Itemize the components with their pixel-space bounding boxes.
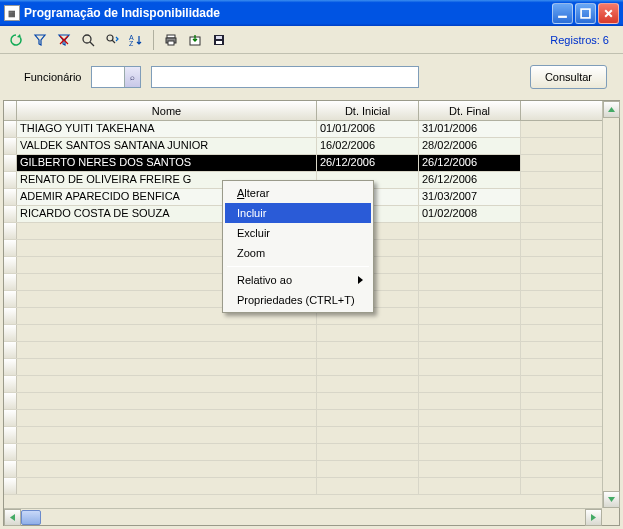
cell-inicial bbox=[317, 444, 419, 460]
cell-final bbox=[419, 308, 521, 324]
toolbar-separator bbox=[153, 30, 154, 50]
cell-nome bbox=[17, 325, 317, 341]
ctx-zoom[interactable]: Zoom bbox=[225, 243, 371, 263]
svg-rect-8 bbox=[168, 41, 174, 45]
cell-inicial bbox=[317, 410, 419, 426]
grid-header: Nome Dt. Inicial Dt. Final bbox=[4, 101, 602, 121]
svg-rect-11 bbox=[216, 36, 222, 39]
table-row bbox=[4, 342, 602, 359]
sort-icon[interactable]: AZ bbox=[126, 30, 146, 50]
cell-final bbox=[419, 342, 521, 358]
scroll-up-icon[interactable] bbox=[603, 101, 620, 118]
cell-final bbox=[419, 274, 521, 290]
table-row[interactable]: VALDEK SANTOS SANTANA JUNIOR16/02/200628… bbox=[4, 138, 602, 155]
maximize-button[interactable] bbox=[575, 3, 596, 24]
row-handle bbox=[4, 172, 17, 188]
cell-final bbox=[419, 359, 521, 375]
scroll-right-icon[interactable] bbox=[585, 509, 602, 526]
row-handle bbox=[4, 376, 17, 392]
col-header-nome[interactable]: Nome bbox=[17, 101, 317, 120]
cell-final[interactable]: 26/12/2006 bbox=[419, 172, 521, 188]
funcionario-code-input[interactable] bbox=[92, 68, 124, 86]
cell-nome bbox=[17, 461, 317, 477]
cell-nome[interactable]: THIAGO YUITI TAKEHANA bbox=[17, 121, 317, 137]
row-handle bbox=[4, 325, 17, 341]
table-row bbox=[4, 410, 602, 427]
row-handle bbox=[4, 461, 17, 477]
scroll-left-icon[interactable] bbox=[4, 509, 21, 526]
cell-nome bbox=[17, 444, 317, 460]
cell-inicial bbox=[317, 325, 419, 341]
svg-rect-12 bbox=[216, 41, 222, 44]
search-icon[interactable] bbox=[78, 30, 98, 50]
row-handle bbox=[4, 291, 17, 307]
ctx-incluir[interactable]: Incluir bbox=[225, 203, 371, 223]
vertical-scrollbar[interactable] bbox=[602, 101, 619, 508]
cell-final bbox=[419, 325, 521, 341]
table-row[interactable]: THIAGO YUITI TAKEHANA01/01/200631/01/200… bbox=[4, 121, 602, 138]
window-titlebar: ▦ Programação de Indisponibilidade bbox=[0, 0, 623, 26]
filter-icon[interactable] bbox=[30, 30, 50, 50]
cell-final[interactable]: 26/12/2006 bbox=[419, 155, 521, 171]
col-header-inicial[interactable]: Dt. Inicial bbox=[317, 101, 419, 120]
print-icon[interactable] bbox=[161, 30, 181, 50]
cell-final[interactable]: 01/02/2008 bbox=[419, 206, 521, 222]
horizontal-scrollbar[interactable] bbox=[4, 508, 602, 525]
minimize-button[interactable] bbox=[552, 3, 573, 24]
close-button[interactable] bbox=[598, 3, 619, 24]
funcionario-code-field[interactable]: ⌕ bbox=[91, 66, 141, 88]
export-icon[interactable] bbox=[185, 30, 205, 50]
table-row bbox=[4, 444, 602, 461]
row-handle-header bbox=[4, 101, 17, 120]
cell-final bbox=[419, 461, 521, 477]
funcionario-desc-input[interactable] bbox=[151, 66, 419, 88]
cell-nome[interactable]: VALDEK SANTOS SANTANA JUNIOR bbox=[17, 138, 317, 154]
data-grid: Nome Dt. Inicial Dt. Final THIAGO YUITI … bbox=[3, 100, 620, 526]
table-row[interactable]: GILBERTO NERES DOS SANTOS26/12/200626/12… bbox=[4, 155, 602, 172]
cell-final[interactable]: 28/02/2006 bbox=[419, 138, 521, 154]
row-handle bbox=[4, 427, 17, 443]
ctx-relativo[interactable]: Relativo ao bbox=[225, 270, 371, 290]
filter-bar: Funcionário ⌕ Consultar bbox=[0, 54, 623, 100]
cell-final bbox=[419, 291, 521, 307]
cell-final bbox=[419, 410, 521, 426]
table-row bbox=[4, 359, 602, 376]
ctx-excluir[interactable]: Excluir bbox=[225, 223, 371, 243]
cell-inicial bbox=[317, 393, 419, 409]
cell-nome[interactable]: GILBERTO NERES DOS SANTOS bbox=[17, 155, 317, 171]
table-row bbox=[4, 478, 602, 495]
cell-inicial[interactable]: 16/02/2006 bbox=[317, 138, 419, 154]
filter-clear-icon[interactable] bbox=[54, 30, 74, 50]
window-title: Programação de Indisponibilidade bbox=[24, 6, 552, 20]
refresh-icon[interactable] bbox=[6, 30, 26, 50]
ctx-separator bbox=[227, 266, 369, 267]
scroll-thumb[interactable] bbox=[21, 510, 41, 525]
save-icon[interactable] bbox=[209, 30, 229, 50]
cell-final[interactable]: 31/01/2006 bbox=[419, 121, 521, 137]
search-again-icon[interactable] bbox=[102, 30, 122, 50]
scroll-down-icon[interactable] bbox=[603, 491, 620, 508]
cell-final bbox=[419, 376, 521, 392]
row-handle bbox=[4, 359, 17, 375]
cell-inicial bbox=[317, 359, 419, 375]
col-header-final[interactable]: Dt. Final bbox=[419, 101, 521, 120]
cell-final bbox=[419, 427, 521, 443]
context-menu: Alterar Incluir Excluir Zoom Relativo ao… bbox=[222, 180, 374, 313]
cell-inicial[interactable]: 01/01/2006 bbox=[317, 121, 419, 137]
cell-nome bbox=[17, 359, 317, 375]
ctx-alterar[interactable]: Alterar bbox=[225, 183, 371, 203]
cell-final[interactable]: 31/03/2007 bbox=[419, 189, 521, 205]
cell-inicial[interactable]: 26/12/2006 bbox=[317, 155, 419, 171]
lookup-icon[interactable]: ⌕ bbox=[124, 67, 140, 87]
ctx-propriedades[interactable]: Propriedades (CTRL+T) bbox=[225, 290, 371, 310]
cell-final bbox=[419, 478, 521, 494]
row-handle bbox=[4, 308, 17, 324]
svg-rect-1 bbox=[581, 9, 590, 18]
cell-nome bbox=[17, 342, 317, 358]
row-handle bbox=[4, 223, 17, 239]
cell-final bbox=[419, 240, 521, 256]
row-handle bbox=[4, 478, 17, 494]
consultar-button[interactable]: Consultar bbox=[530, 65, 607, 89]
row-handle bbox=[4, 240, 17, 256]
row-handle bbox=[4, 257, 17, 273]
